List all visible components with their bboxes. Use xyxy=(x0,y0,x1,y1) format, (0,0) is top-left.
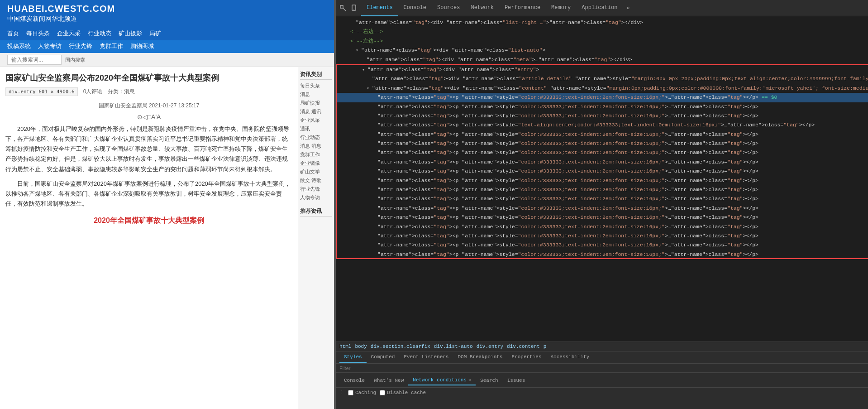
article-paragraph-1: 2020年，面对极其严峻复杂的国内外形势，特别是新冠肺炎疫情严重冲击，在党中央、… xyxy=(5,124,292,174)
html-line[interactable]: "attr-name">class="tag"><div "attr-name"… xyxy=(336,74,868,83)
html-line[interactable]: "attr-name">class="tag"><p "attr-name">s… xyxy=(336,111,868,120)
sidebar-item-news3[interactable]: 消息 消息 xyxy=(300,142,332,150)
nav-item-industry[interactable]: 行业动态 xyxy=(88,29,111,38)
inspect-icon[interactable] xyxy=(339,5,347,12)
article-category: 分类：消息 xyxy=(108,88,135,96)
sidebar-item-enterprise[interactable]: 企业风采 xyxy=(300,116,332,125)
tab-memory[interactable]: Memory xyxy=(546,0,576,16)
styles-tab-styles[interactable]: Styles xyxy=(339,351,367,363)
tab-sources[interactable]: Sources xyxy=(432,0,465,16)
html-line[interactable]: "attr-name">class="tag"><p "attr-name">s… xyxy=(336,194,868,203)
drawer-tab-issues[interactable]: Issues xyxy=(503,376,530,385)
nav-item-submit[interactable]: 投稿系统 xyxy=(7,42,31,50)
html-line[interactable]: "attr-name">class="tag"><p "attr-name">s… xyxy=(336,167,868,176)
nav-item-bureau[interactable]: 局矿 xyxy=(149,29,161,38)
breadcrumb-item[interactable]: body xyxy=(355,344,367,349)
tab-application[interactable]: Application xyxy=(576,0,623,16)
html-tree[interactable]: "attr-name">class="tag"><div "attr-name"… xyxy=(336,16,868,342)
html-line[interactable]: "attr-name">class="tag"><div "attr-name"… xyxy=(336,84,868,93)
styles-tab-computed[interactable]: Computed xyxy=(367,351,400,363)
styles-tab-dom-breakpoints[interactable]: DOM Breakpoints xyxy=(453,351,507,363)
html-line[interactable]: "attr-name">class="tag"><div "attr-name"… xyxy=(336,64,868,74)
tab-performance[interactable]: Performance xyxy=(499,0,546,16)
tab-elements[interactable]: Elements xyxy=(361,0,398,16)
nav-item-daily[interactable]: 每日头条 xyxy=(26,29,50,38)
sidebar-item-daily[interactable]: 每日头条 xyxy=(300,82,332,90)
html-line[interactable]: <!--右边--> xyxy=(336,27,868,36)
device-icon[interactable] xyxy=(350,5,358,12)
breadcrumb-item[interactable]: p xyxy=(544,344,547,349)
sidebar-item-literature[interactable]: 矿山文学 xyxy=(300,168,332,176)
html-line[interactable]: "attr-name">class="tag"><div "attr-name"… xyxy=(336,55,868,64)
sidebar-item-news2[interactable]: 消息 通讯 xyxy=(300,107,332,116)
breadcrumb-item[interactable]: div.content xyxy=(507,344,540,349)
triangle-icon[interactable] xyxy=(356,47,361,54)
html-line[interactable]: "attr-name">class="tag"><p "attr-name">s… xyxy=(336,102,868,111)
drawer-tab-console[interactable]: Console xyxy=(339,376,369,385)
sidebar-item-kuaibao[interactable]: 局矿快报 xyxy=(300,99,332,107)
html-line[interactable]: "attr-name">class="tag"><p "attr-name">s… xyxy=(336,204,868,213)
nav-item-home[interactable]: 首页 xyxy=(7,29,19,38)
sidebar-section-recommend: 推荐资讯 xyxy=(300,207,332,217)
sidebar-item-industry[interactable]: 行业动态 xyxy=(300,133,332,142)
drawer-dots-icon[interactable]: ⋮ xyxy=(339,390,344,395)
tab-console[interactable]: Console xyxy=(398,0,432,16)
disable-cache-checkbox[interactable] xyxy=(380,390,385,395)
drawer-content: ⋮ Caching Disable cache https://blog.csd… xyxy=(336,388,868,409)
article-source: 国家矿山安全监察局 2021-01-27 13:25:17 xyxy=(5,102,292,110)
html-line[interactable]: "attr-name">class="tag"><p "attr-name">s… xyxy=(336,241,868,250)
html-line[interactable]: "attr-name">class="tag"><p "attr-name">s… xyxy=(336,139,868,148)
nav-item-interview[interactable]: 人物专访 xyxy=(38,42,62,50)
html-line[interactable]: "attr-name">class="tag"><p "attr-name">s… xyxy=(336,148,868,157)
styles-tab-properties[interactable]: Properties xyxy=(507,351,546,363)
nav-item-photo[interactable]: 矿山摄影 xyxy=(119,29,142,38)
tab-more[interactable]: » xyxy=(623,5,634,11)
sidebar-item-mirror[interactable]: 企业镜像 xyxy=(300,159,332,168)
html-line[interactable]: "attr-name">class="tag"><p "attr-name">s… xyxy=(336,93,868,102)
html-line[interactable]: "attr-name">class="tag"><p "attr-name">s… xyxy=(336,213,868,222)
nav-item-party[interactable]: 党群工作 xyxy=(100,42,123,50)
breadcrumb-item[interactable]: div.list-auto xyxy=(434,344,473,349)
html-line[interactable]: "attr-name">class="tag"><p "attr-name">s… xyxy=(336,158,868,167)
sidebar-item-pioneer[interactable]: 行业先锋 xyxy=(300,185,332,193)
devtools-icons xyxy=(339,5,358,12)
html-line[interactable]: "attr-name">class="tag"><p "attr-name">s… xyxy=(336,120,868,130)
styles-tab-accessibility[interactable]: Accessibility xyxy=(546,351,594,363)
site-title-sub: 中国煤炭新闻网华北频道 xyxy=(7,15,327,23)
triangle-icon[interactable] xyxy=(367,85,372,92)
caching-checkbox[interactable] xyxy=(348,390,353,395)
tab-network[interactable]: Network xyxy=(465,0,499,16)
devtools-panel: Elements Console Sources Network Perform… xyxy=(336,0,868,409)
breadcrumb-item[interactable]: div.entry xyxy=(477,344,503,349)
drawer-tab-close-icon[interactable]: ✕ xyxy=(468,377,471,383)
article-title: 国家矿山安全监察局公布2020年全国煤矿事故十大典型案例 xyxy=(5,72,292,84)
article-paragraph-2: 日前，国家矿山安全监察局对2020年煤矿事故案例进行梳理，公布了2020年全国煤… xyxy=(5,179,292,209)
svg-line-1 xyxy=(343,8,346,11)
breadcrumb-item[interactable]: div.section.clearfix xyxy=(371,344,430,349)
drawer-tab-network-conditions[interactable]: Network conditions ✕ xyxy=(408,375,476,385)
html-line[interactable]: <!--左边--> xyxy=(336,37,868,46)
sidebar-item-interview[interactable]: 人物专访 xyxy=(300,193,332,202)
html-line[interactable]: "attr-name">class="tag"><p "attr-name">s… xyxy=(336,250,868,259)
html-line[interactable]: "attr-name">class="tag"><p "attr-name">s… xyxy=(336,222,868,231)
sidebar-item-poetry[interactable]: 散文 诗歌 xyxy=(300,176,332,185)
html-line[interactable]: "attr-name">class="tag"><p "attr-name">s… xyxy=(336,185,868,194)
html-line[interactable]: "attr-name">class="tag"><p "attr-name">s… xyxy=(336,176,868,185)
html-line[interactable]: "attr-name">class="tag"><div "attr-name"… xyxy=(336,18,868,27)
filter-input[interactable] xyxy=(339,366,430,371)
nav-item-enterprise[interactable]: 企业风采 xyxy=(57,29,81,38)
nav-item-shop[interactable]: 购物商城 xyxy=(130,42,154,50)
nav-item-pioneer[interactable]: 行业先锋 xyxy=(69,42,92,50)
triangle-icon[interactable] xyxy=(362,67,367,74)
styles-tab-event-listeners[interactable]: Event Listeners xyxy=(399,351,453,363)
sidebar-item-news[interactable]: 消息 xyxy=(300,90,332,99)
search-input[interactable] xyxy=(7,55,62,65)
html-line[interactable]: "attr-name">class="tag"><p "attr-name">s… xyxy=(336,130,868,139)
drawer-tab-search[interactable]: Search xyxy=(476,376,503,385)
breadcrumb-item[interactable]: html xyxy=(339,344,351,349)
drawer-tab-what's-new[interactable]: What's New xyxy=(369,376,408,385)
sidebar-item-party[interactable]: 党群工作 xyxy=(300,150,332,159)
html-line[interactable]: "attr-name">class="tag"><p "attr-name">s… xyxy=(336,231,868,241)
html-line[interactable]: "attr-name">class="tag"><div "attr-name"… xyxy=(336,46,868,55)
sidebar-item-tongxun[interactable]: 通讯 xyxy=(300,125,332,133)
